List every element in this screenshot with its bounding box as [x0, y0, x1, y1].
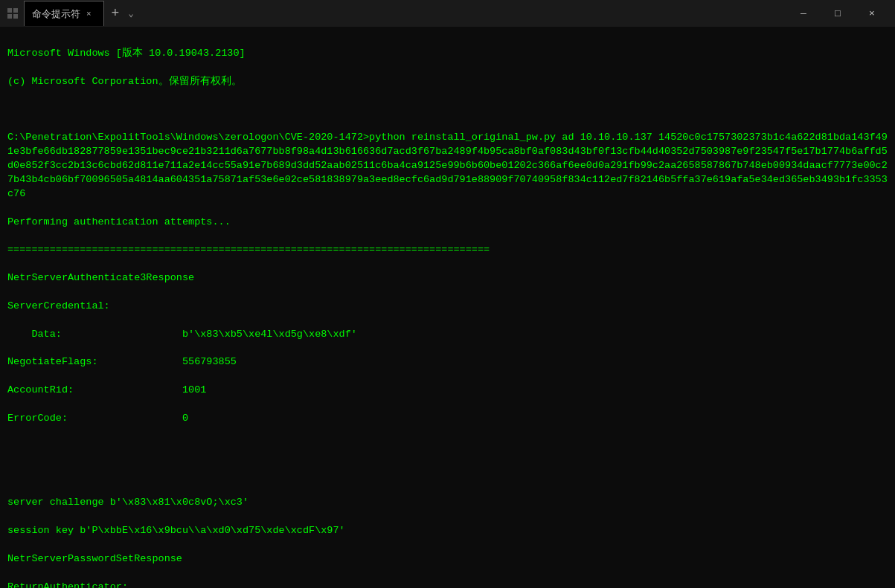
terminal-line: ​: [7, 468, 888, 482]
terminal-line: ​: [7, 440, 888, 454]
svg-rect-2: [7, 14, 12, 19]
terminal-line: C:\Penetration\ExpolitTools\Windows\zero…: [7, 131, 888, 201]
terminal-output[interactable]: Microsoft Windows [版本 10.0.19043.2130] (…: [0, 27, 895, 588]
title-bar: 命令提示符 × + ⌄ — □ ×: [0, 0, 895, 27]
svg-rect-1: [13, 8, 18, 13]
svg-rect-0: [7, 8, 12, 13]
window-icon: [6, 7, 19, 20]
terminal-line: Performing authentication attempts...: [7, 216, 888, 230]
terminal-line: ========================================…: [7, 243, 888, 257]
terminal-line: NetrServerPasswordSetResponse: [7, 552, 888, 566]
tab-label: 命令提示符: [32, 7, 80, 21]
terminal-line: server challenge b'\x83\x81\x0c8vO;\xc3': [7, 496, 888, 510]
minimize-button[interactable]: —: [786, 0, 821, 27]
tab-cmd[interactable]: 命令提示符 ×: [24, 1, 104, 26]
terminal-line: (c) Microsoft Corporation。保留所有权利。: [7, 75, 888, 89]
terminal-line: session key b'P\xbbE\x16\x9bcu\\a\xd0\xd…: [7, 524, 888, 538]
new-tab-button[interactable]: +: [107, 6, 124, 21]
terminal-line: ReturnAuthenticator:: [7, 581, 888, 588]
tab-close-icon[interactable]: ×: [86, 10, 92, 19]
tab-group: 命令提示符 × + ⌄: [24, 1, 786, 26]
close-button[interactable]: ×: [855, 0, 889, 27]
terminal-line: NegotiateFlags: 556793855: [7, 355, 888, 369]
svg-rect-3: [13, 14, 18, 19]
terminal-line: Microsoft Windows [版本 10.0.19043.2130]: [7, 47, 888, 61]
tab-dropdown-button[interactable]: ⌄: [125, 8, 136, 19]
terminal-line: AccountRid: 1001: [7, 384, 888, 398]
window-controls: — □ ×: [786, 0, 889, 27]
terminal-line: ServerCredential:: [7, 300, 888, 314]
maximize-button[interactable]: □: [821, 0, 855, 27]
terminal-line: ​: [7, 103, 888, 117]
terminal-line: NetrServerAuthenticate3Response: [7, 271, 888, 285]
terminal-line: ErrorCode: 0: [7, 412, 888, 426]
terminal-line: Data: b'\x83\xb5\xe4l\xd5g\xe8\xdf': [7, 328, 888, 342]
